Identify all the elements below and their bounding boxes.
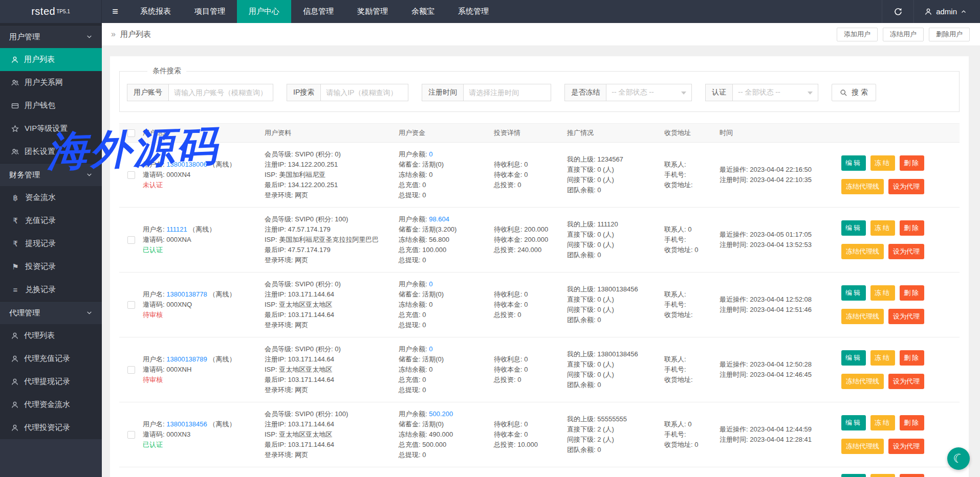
freeze-button[interactable]: 冻结 (870, 155, 895, 171)
field-label: 总充值: (399, 246, 422, 254)
register-time-input[interactable] (463, 84, 551, 101)
sidebar-group-header[interactable]: 用户管理 (0, 25, 102, 48)
freeze-user-button[interactable]: 冻结用户 (883, 28, 924, 41)
sidebar-item[interactable]: 代理投资记录 (0, 416, 102, 439)
field-value[interactable]: 98.604 (429, 215, 449, 223)
row-checkbox[interactable] (127, 236, 135, 244)
edit-button[interactable]: 编辑 (841, 220, 866, 236)
nav-tab[interactable]: 系统报表 (128, 0, 183, 23)
username-link[interactable]: 111121 (166, 225, 187, 233)
field-label: 待收利息: (494, 161, 524, 168)
set-agent-button[interactable]: 设为代理 (888, 244, 924, 259)
freeze-status-select[interactable]: -- 全部状态 -- (606, 84, 692, 101)
set-agent-button[interactable]: 设为代理 (888, 439, 924, 454)
set-agent-button[interactable]: 设为代理 (888, 309, 924, 324)
sidebar-item[interactable]: ≡兑换记录 (0, 278, 102, 301)
sidebar-group-header[interactable]: 财务管理 (0, 163, 102, 186)
sidebar-item[interactable]: ⚑投资记录 (0, 255, 102, 278)
set-agent-button[interactable]: 设为代理 (888, 179, 924, 194)
sidebar-item[interactable]: ฿资金流水 (0, 186, 102, 209)
menu-toggle-icon[interactable]: ≡ (102, 0, 128, 23)
row-checkbox[interactable] (127, 171, 135, 179)
edit-button[interactable]: 编辑 (841, 415, 866, 430)
delete-button[interactable]: 删除 (900, 415, 924, 430)
nav-tab[interactable]: 余额宝 (400, 0, 446, 23)
verify-status-select[interactable]: -- 全部状态 -- (732, 84, 818, 101)
freeze-agent-line-button[interactable]: 冻结代理线 (841, 374, 884, 389)
edit-button[interactable]: 编辑 (841, 474, 866, 477)
sidebar-item[interactable]: 用户钱包 (0, 94, 102, 117)
sidebar-item[interactable]: VIP等级设置 (0, 117, 102, 140)
field-label: 收货地址: (664, 311, 693, 319)
account-input[interactable] (168, 84, 273, 101)
nav-tab[interactable]: 项目管理 (183, 0, 237, 23)
field-label: 最近操作: (720, 425, 750, 433)
field-value: 2023-04-04 12:50:28 (750, 360, 812, 368)
edit-button[interactable]: 编辑 (841, 155, 866, 171)
row-checkbox[interactable] (127, 301, 135, 309)
sidebar-item-label: 投资记录 (25, 262, 56, 271)
nav-tab[interactable]: 奖励管理 (345, 0, 400, 23)
field-value: 活期(0) (422, 355, 444, 363)
freeze-agent-line-button[interactable]: 冻结代理线 (841, 309, 884, 324)
field-value[interactable]: 0 (429, 345, 432, 353)
sidebar-item[interactable]: 代理资金流水 (0, 393, 102, 416)
sidebar-item[interactable]: ₹提现记录 (0, 232, 102, 255)
set-agent-button[interactable]: 设为代理 (888, 374, 924, 389)
sidebar-group-header[interactable]: 代理管理 (0, 301, 102, 324)
sidebar-item-label: 代理充值记录 (24, 354, 70, 364)
field-value[interactable]: 0 (429, 150, 432, 158)
freeze-button[interactable]: 冻结 (870, 220, 895, 236)
delete-button[interactable]: 删除 (900, 155, 924, 171)
freeze-agent-line-button[interactable]: 冻结代理线 (841, 439, 884, 454)
sidebar-item[interactable]: 用户关系网 (0, 71, 102, 94)
column-header: 用户资金 (399, 128, 494, 138)
freeze-button[interactable]: 冻结 (870, 415, 895, 430)
floating-theme-button[interactable]: ☾ (947, 447, 970, 470)
refresh-button[interactable] (882, 0, 913, 23)
field-label: 冻结余额: (399, 171, 429, 178)
ip-input[interactable] (320, 84, 408, 101)
sidebar-item[interactable]: ₹充值记录 (0, 209, 102, 232)
add-user-button[interactable]: 添加用户 (837, 28, 878, 41)
edit-button[interactable]: 编辑 (841, 350, 866, 366)
user-menu[interactable]: admin (913, 0, 980, 23)
nav-tab[interactable]: 信息管理 (291, 0, 345, 23)
search-button[interactable]: 搜 索 (832, 84, 876, 101)
field-value: 0 (597, 316, 601, 324)
select-all-checkbox[interactable] (127, 129, 135, 137)
freeze-button[interactable]: 冻结 (870, 474, 895, 477)
edit-button[interactable]: 编辑 (841, 285, 866, 301)
nav-tab[interactable]: 系统管理 (446, 0, 500, 23)
delete-user-button[interactable]: 删除用户 (929, 28, 970, 41)
star-icon (11, 125, 19, 133)
freeze-button[interactable]: 冻结 (870, 285, 895, 301)
username-link[interactable]: 13800138789 (166, 355, 207, 363)
field-line: 团队余额: 0 (567, 315, 664, 325)
delete-button[interactable]: 删除 (900, 220, 924, 236)
field-label: 用户名: (143, 355, 166, 363)
username-link[interactable]: 13800138006 (166, 161, 207, 168)
delete-button[interactable]: 删除 (900, 474, 924, 477)
row-checkbox[interactable] (127, 431, 135, 439)
field-value[interactable]: 0 (429, 280, 432, 288)
field-label: 团队余额: (567, 251, 597, 259)
field-label: 待收本金: (494, 366, 524, 373)
field-value[interactable]: 500.200 (429, 410, 453, 418)
sidebar-item[interactable]: 代理列表 (0, 324, 102, 347)
sidebar-item[interactable]: 代理充值记录 (0, 347, 102, 370)
delete-button[interactable]: 删除 (900, 350, 924, 366)
freeze-agent-line-button[interactable]: 冻结代理线 (841, 179, 884, 194)
sidebar-item[interactable]: 代理提现记录 (0, 370, 102, 393)
nav-tab-active[interactable]: 用户中心 (237, 0, 291, 23)
username-link[interactable]: 13800138778 (166, 290, 207, 298)
freeze-agent-line-button[interactable]: 冻结代理线 (841, 244, 884, 259)
sidebar-item[interactable]: 用户列表 (0, 48, 102, 71)
username-link[interactable]: 13800138456 (166, 420, 207, 428)
sidebar-item[interactable]: 团长设置 (0, 140, 102, 163)
row-checkbox[interactable] (127, 366, 135, 374)
field-label: ISP: (265, 236, 279, 243)
delete-button[interactable]: 删除 (900, 285, 924, 301)
freeze-button[interactable]: 冻结 (870, 350, 895, 366)
user-icon (11, 378, 19, 386)
